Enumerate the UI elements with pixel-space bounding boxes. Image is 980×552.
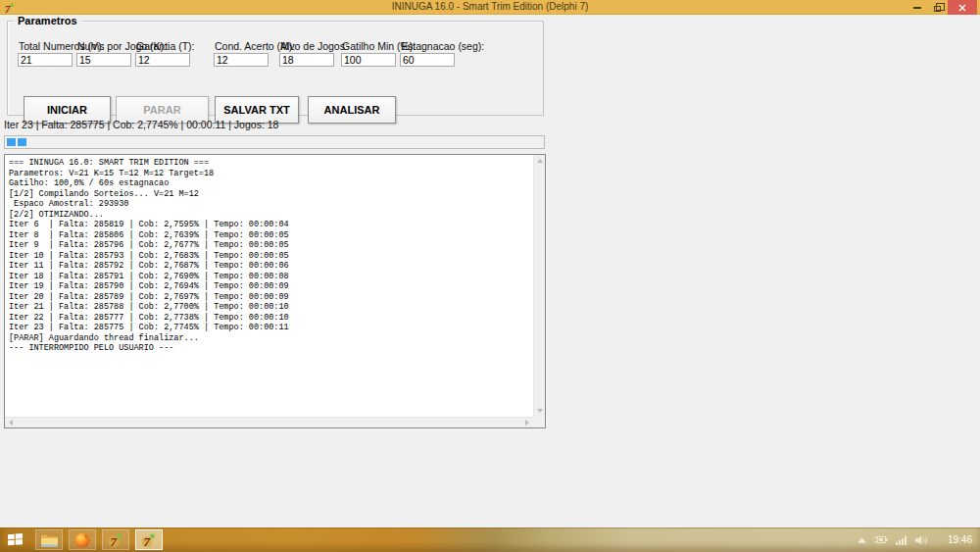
log-line: Gatilho: 100,0% / 60s estagnacao <box>9 178 533 189</box>
log-memo[interactable]: === ININUGA 16.0: SMART TRIM EDITION ===… <box>4 154 546 428</box>
system-tray: 19:46 <box>858 527 972 552</box>
gatilho-min-input[interactable] <box>341 53 396 67</box>
log-text: === ININUGA 16.0: SMART TRIM EDITION ===… <box>5 155 533 417</box>
vertical-scrollbar[interactable] <box>533 155 545 417</box>
groupbox-title: Parametros <box>14 15 81 26</box>
log-line: [2/2] OTIMIZANDO... <box>9 210 533 221</box>
progress-bar <box>4 135 545 149</box>
alvo-jogos-input[interactable] <box>279 53 334 67</box>
taskbar: 7 7 <box>0 527 980 552</box>
status-line: Iter 23 | Falta: 285775 | Cob: 2,7745% |… <box>4 119 278 130</box>
window-controls <box>906 0 977 15</box>
delphi-icon: 7 <box>141 532 157 548</box>
taskbar-item-ininuga-active[interactable]: 7 <box>135 529 163 550</box>
progress-chunk <box>7 138 16 146</box>
firefox-icon <box>74 532 90 548</box>
log-line: Iter 11 | Falta: 285792 | Cob: 2,7687% |… <box>9 261 533 272</box>
log-line: Iter 6 | Falta: 285819 | Cob: 2,7595% | … <box>9 220 533 230</box>
log-line: Iter 19 | Falta: 285790 | Cob: 2,7694% |… <box>9 281 533 292</box>
volume-status[interactable] <box>915 535 928 545</box>
close-button[interactable] <box>948 0 977 15</box>
estagnacao-label: Estagnacao (seg): <box>401 40 484 52</box>
alvo-jogos-label: Alvo de Jogos: <box>280 40 348 52</box>
chevron-up-icon <box>858 537 866 543</box>
scroll-left-icon[interactable] <box>9 420 13 426</box>
start-button[interactable] <box>0 527 29 552</box>
log-line: Parametros: V=21 K=15 T=12 M=12 Target=1… <box>9 169 533 179</box>
speaker-icon <box>915 535 928 545</box>
power-status[interactable] <box>874 534 888 545</box>
scroll-up-icon[interactable] <box>537 159 543 163</box>
svg-text:7: 7 <box>144 533 151 548</box>
nums-por-jogo-input[interactable] <box>76 53 131 67</box>
signal-bars-icon <box>896 535 907 545</box>
taskbar-item-delphi[interactable]: 7 <box>102 529 129 550</box>
scroll-right-icon[interactable] <box>525 420 529 426</box>
svg-text:7: 7 <box>111 533 118 548</box>
log-line: [PARAR] Aguardando thread finalizar... <box>9 333 533 344</box>
restore-icon <box>934 6 941 12</box>
log-line: Iter 20 | Falta: 285789 | Cob: 2,7697% |… <box>9 292 533 303</box>
close-icon <box>958 4 966 12</box>
cond-acerto-input[interactable] <box>214 53 269 67</box>
parameters-groupbox: Parametros Total Numeros (V): Nums por J… <box>7 21 544 116</box>
log-line: Iter 8 | Falta: 285806 | Cob: 2,7639% | … <box>9 230 533 241</box>
progress-chunk <box>18 138 26 146</box>
horizontal-scrollbar[interactable] <box>5 417 533 427</box>
minimize-icon <box>913 7 921 9</box>
scroll-down-icon[interactable] <box>537 409 543 413</box>
titlebar: 7 ININUGA 16.0 - Smart Trim Edition (Del… <box>0 0 980 15</box>
windows-logo-icon <box>8 533 23 546</box>
log-line: Iter 23 | Falta: 285775 | Cob: 2,7745% |… <box>9 323 533 333</box>
window-title: ININUGA 16.0 - Smart Trim Edition (Delph… <box>0 1 980 12</box>
log-line: Iter 18 | Falta: 285791 | Cob: 2,7690% |… <box>9 272 533 282</box>
taskbar-clock[interactable]: 19:46 <box>948 534 972 545</box>
network-status[interactable] <box>896 535 907 545</box>
scrollbar-corner <box>533 417 545 427</box>
analisar-button[interactable]: ANALISAR <box>308 96 396 124</box>
restore-button[interactable] <box>927 0 948 15</box>
log-line: [1/2] Compilando Sorteios... V=21 M=12 <box>9 189 533 200</box>
log-line: Iter 22 | Falta: 285777 | Cob: 2,7738% |… <box>9 313 533 324</box>
log-line: --- INTERROMPIDO PELO USUARIO --- <box>9 343 533 354</box>
log-line: Iter 9 | Falta: 285796 | Cob: 2,7677% | … <box>9 240 533 251</box>
garantia-label: Garantia (T): <box>136 40 195 52</box>
log-line: === ININUGA 16.0: SMART TRIM EDITION === <box>9 158 533 169</box>
taskbar-item-explorer[interactable] <box>35 529 63 550</box>
folder-icon <box>41 533 58 547</box>
log-line: Iter 10 | Falta: 285793 | Cob: 2,7683% |… <box>9 251 533 262</box>
log-line: Iter 21 | Falta: 285788 | Cob: 2,7700% |… <box>9 302 533 313</box>
minimize-button[interactable] <box>906 0 927 15</box>
total-numeros-input[interactable] <box>18 53 73 67</box>
desktop: { "titlebar": { "title": "ININUGA 16.0 -… <box>0 0 980 552</box>
delphi-icon: 7 <box>108 532 123 548</box>
estagnacao-input[interactable] <box>400 53 455 67</box>
log-line: Espaco Amostral: 293930 <box>9 199 533 210</box>
taskbar-item-firefox[interactable] <box>69 529 96 550</box>
power-plug-icon <box>874 534 888 545</box>
tray-expand-button[interactable] <box>858 537 866 543</box>
garantia-input[interactable] <box>135 53 190 67</box>
